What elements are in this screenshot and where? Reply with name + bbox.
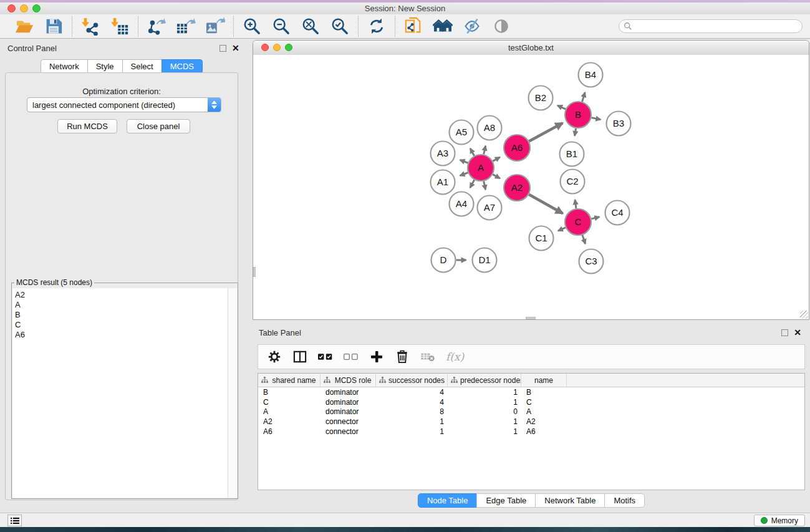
graph-edge-C-C2[interactable] <box>575 200 576 208</box>
table-row[interactable]: Bdominator41B <box>258 387 804 397</box>
cell-name[interactable]: B <box>521 388 567 397</box>
unselect-all-columns-icon[interactable] <box>344 349 359 364</box>
tab-select[interactable]: Select <box>122 59 162 74</box>
column-header-predecessor-nodes[interactable]: predecessor nodes <box>448 374 521 387</box>
mcds-result-scrollbar[interactable] <box>228 288 237 498</box>
select-all-columns-icon[interactable] <box>318 349 333 364</box>
graph-edge-C-C4[interactable] <box>591 217 599 219</box>
cell-MCDS-role[interactable]: connector <box>321 427 376 436</box>
cell-successor-nodes[interactable]: 8 <box>376 407 448 416</box>
column-header-shared-name[interactable]: shared name <box>258 374 321 387</box>
table-settings-gear-icon[interactable] <box>267 349 282 364</box>
mcds-result-item[interactable]: A2 <box>15 290 228 300</box>
tab-mcds[interactable]: MCDS <box>162 59 203 74</box>
mcds-result-item[interactable]: B <box>15 310 228 320</box>
function-builder-icon[interactable]: f(x) <box>446 351 464 363</box>
import-table-icon[interactable] <box>110 16 130 36</box>
import-network-icon[interactable] <box>80 16 100 36</box>
graph-edge-A-A7[interactable] <box>484 181 486 190</box>
cell-predecessor-nodes[interactable]: 1 <box>448 398 521 407</box>
network-vscroll-nub[interactable] <box>253 267 256 277</box>
graph-edge-A-A8[interactable] <box>484 146 486 155</box>
create-column-plus-icon[interactable] <box>369 349 384 364</box>
cell-MCDS-role[interactable]: dominator <box>321 388 376 397</box>
cell-successor-nodes[interactable]: 4 <box>376 388 448 397</box>
open-session-icon[interactable] <box>14 16 34 36</box>
cell-name[interactable]: A2 <box>521 417 567 426</box>
column-header-MCDS-role[interactable]: MCDS role <box>321 374 376 387</box>
network-resize-grip[interactable] <box>800 311 808 319</box>
zoom-fit-icon[interactable] <box>301 16 321 36</box>
network-hscroll-nub[interactable] <box>526 317 536 319</box>
export-table-icon[interactable] <box>176 16 196 36</box>
graph-edge-B-B3[interactable] <box>592 118 601 120</box>
graph-edge-A6-B[interactable] <box>529 123 562 141</box>
delete-column-trash-icon[interactable] <box>395 349 410 364</box>
mcds-result-item[interactable]: C <box>15 320 228 330</box>
cell-successor-nodes[interactable]: 1 <box>376 427 448 436</box>
cell-name[interactable]: A6 <box>521 427 567 436</box>
cell-MCDS-role[interactable]: connector <box>321 417 376 426</box>
zoom-selected-icon[interactable] <box>330 16 350 36</box>
network-window-titlebar[interactable]: testGlobe.txt <box>253 41 809 56</box>
cell-predecessor-nodes[interactable]: 1 <box>448 388 521 397</box>
hide-selected-icon[interactable] <box>462 16 482 36</box>
network-from-selection-icon[interactable] <box>403 16 423 36</box>
column-header-successor-nodes[interactable]: successor nodes <box>376 374 448 387</box>
table-row[interactable]: A6connector11A6 <box>258 427 804 437</box>
tab-style[interactable]: Style <box>87 59 123 74</box>
graph-edge-A-A3[interactable] <box>460 160 468 163</box>
cell-MCDS-role[interactable]: dominator <box>321 407 376 416</box>
cell-predecessor-nodes[interactable]: 1 <box>448 417 521 426</box>
cell-shared-name[interactable]: B <box>258 388 321 397</box>
graph-edge-A-A6[interactable] <box>493 157 500 161</box>
graph-edge-B-B2[interactable] <box>557 105 566 109</box>
export-image-icon[interactable] <box>205 16 225 36</box>
graph-edge-A2-C[interactable] <box>529 195 562 214</box>
cell-shared-name[interactable]: A2 <box>258 417 321 426</box>
cell-MCDS-role[interactable]: dominator <box>321 398 376 407</box>
cell-successor-nodes[interactable]: 4 <box>376 398 448 407</box>
tab-network-table[interactable]: Network Table <box>535 493 605 508</box>
run-mcds-button[interactable]: Run MCDS <box>57 119 117 133</box>
cell-predecessor-nodes[interactable]: 1 <box>448 427 521 436</box>
tab-motifs[interactable]: Motifs <box>604 493 645 508</box>
graph-edge-A-A1[interactable] <box>460 173 468 176</box>
cell-name[interactable]: A <box>521 407 567 416</box>
export-network-icon[interactable] <box>147 16 166 36</box>
zoom-in-icon[interactable] <box>242 16 262 36</box>
delete-table-icon[interactable] <box>420 349 435 364</box>
network-canvas[interactable]: B4B2BB3B1A8A5A6A3AC2A1A2A4A7C4CC1DD1C3 <box>253 55 809 319</box>
control-panel-float-icon[interactable] <box>219 45 226 52</box>
memory-button[interactable]: Memory <box>754 515 805 526</box>
control-panel-close-icon[interactable]: ✕ <box>232 45 239 52</box>
graph-edge-B-B4[interactable] <box>582 92 586 102</box>
table-row[interactable]: Cdominator41C <box>258 397 804 407</box>
close-panel-button[interactable]: Close panel <box>127 119 190 133</box>
cell-name[interactable]: C <box>521 398 567 407</box>
table-panel-float-icon[interactable] <box>781 329 788 336</box>
home-icon[interactable] <box>433 16 453 36</box>
cell-shared-name[interactable]: A6 <box>258 427 321 436</box>
graph-edge-A-A5[interactable] <box>470 148 474 156</box>
table-row[interactable]: Adominator80A <box>258 407 804 417</box>
graph-edge-C-C1[interactable] <box>558 228 566 231</box>
table-panel-close-icon[interactable]: ✕ <box>794 329 801 336</box>
show-all-icon[interactable] <box>491 16 511 36</box>
cell-predecessor-nodes[interactable]: 0 <box>448 407 521 416</box>
tab-network[interactable]: Network <box>41 59 88 74</box>
search-input[interactable] <box>619 19 803 33</box>
zoom-out-icon[interactable] <box>271 16 291 36</box>
table-row[interactable]: A2connector11A2 <box>258 417 804 427</box>
save-session-icon[interactable] <box>44 16 64 36</box>
tab-node-table[interactable]: Node Table <box>418 493 478 508</box>
table-columns-icon[interactable] <box>292 349 307 364</box>
task-history-button[interactable] <box>7 515 22 526</box>
graph-edge-A-A2[interactable] <box>493 175 500 178</box>
graph-edge-A-A4[interactable] <box>470 180 475 188</box>
graph-edge-B-B1[interactable] <box>575 128 576 136</box>
cell-shared-name[interactable]: A <box>258 407 321 416</box>
refresh-layout-icon[interactable] <box>367 16 387 36</box>
cell-shared-name[interactable]: C <box>258 398 321 407</box>
graph-edge-C-C3[interactable] <box>582 235 586 244</box>
